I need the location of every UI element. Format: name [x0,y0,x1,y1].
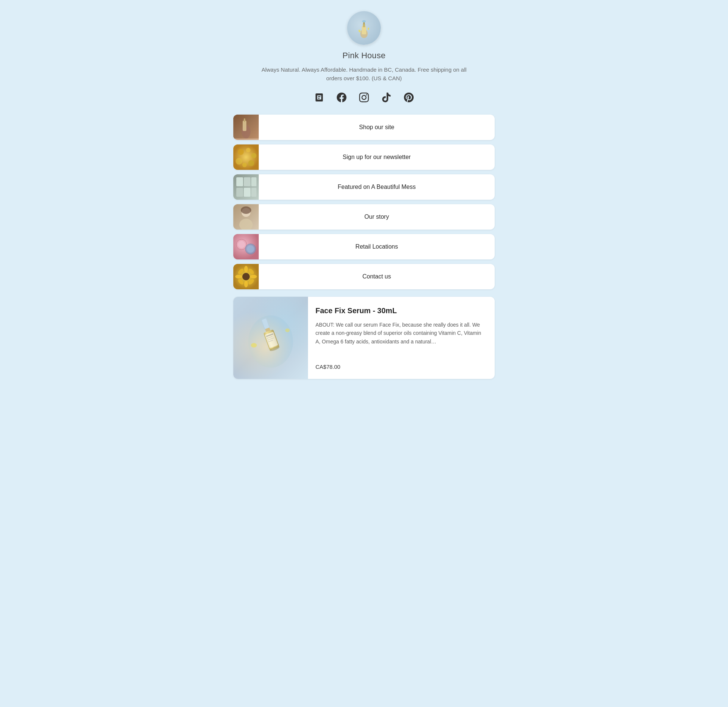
svg-point-18 [248,160,254,166]
svg-point-16 [251,153,256,158]
thumbnail-contact [233,264,259,289]
svg-rect-10 [243,121,246,131]
svg-rect-25 [236,188,243,197]
social-icons-row [312,91,416,104]
link-card-story[interactable]: Our story [233,204,495,230]
links-section: Shop our site [233,115,495,289]
instagram-icon[interactable] [357,91,371,104]
svg-point-32 [241,206,251,214]
link-retail-label: Retail Locations [259,243,495,250]
product-image [233,297,308,379]
thumbnail-contact-image [233,264,259,289]
avatar-product-icon [353,17,375,39]
svg-point-4 [362,20,366,22]
link-card-retail[interactable]: Retail Locations [233,234,495,259]
link-shop-label: Shop our site [259,124,495,131]
link-contact-label: Contact us [259,273,495,280]
svg-point-19 [242,163,247,167]
svg-rect-22 [236,177,243,186]
svg-point-14 [238,149,244,155]
svg-point-61 [251,343,257,348]
avatar-inner [347,11,381,45]
svg-point-42 [244,266,248,272]
svg-point-44 [235,275,242,278]
tiktok-icon[interactable] [380,91,393,104]
facebook-icon[interactable] [335,91,348,104]
link-card-contact[interactable]: Contact us [233,264,495,289]
link-card-shop[interactable]: Shop our site [233,115,495,140]
svg-rect-23 [244,177,251,186]
product-details: Face Fix Serum - 30mL ABOUT: We call our… [308,297,495,379]
product-image-inner [233,297,308,379]
svg-rect-27 [251,188,256,197]
thumbnail-shop [233,115,259,140]
thumbnail-retail [233,234,259,259]
link-featured-label: Featured on A Beautiful Mess [259,184,495,190]
svg-rect-1 [362,26,366,34]
pinterest-icon[interactable] [402,91,416,104]
svg-point-38 [247,245,254,253]
thumbnail-story [233,204,259,230]
link-newsletter-label: Sign up for our newsletter [259,154,495,161]
svg-point-5 [358,29,361,32]
svg-rect-26 [244,188,251,197]
thumbnail-newsletter [233,144,259,170]
brand-tagline: Always Natural. Always Affordable. Handm… [256,66,472,82]
link-card-featured[interactable]: Featured on A Beautiful Mess [233,174,495,200]
svg-point-6 [367,28,369,30]
svg-point-36 [238,241,245,248]
product-title: Face Fix Serum - 30mL [315,306,487,315]
brand-name: Pink House [342,51,386,60]
svg-point-15 [246,148,251,152]
svg-rect-11 [244,118,245,122]
svg-point-41 [242,273,250,280]
thumbnail-newsletter-image [233,144,259,170]
svg-point-17 [236,158,242,165]
thumbnail-retail-image [233,234,259,259]
thumbnail-shop-image [233,115,259,138]
svg-rect-24 [251,177,256,186]
etsy-icon[interactable] [312,91,326,104]
link-card-newsletter[interactable]: Sign up for our newsletter [233,144,495,170]
brand-avatar [347,11,381,45]
thumbnail-featured-image [233,174,259,200]
thumbnail-story-image [233,204,259,230]
product-card-face-fix[interactable]: Face Fix Serum - 30mL ABOUT: We call our… [233,297,495,379]
link-story-label: Our story [259,214,495,220]
product-price: CA$78.00 [315,364,487,370]
svg-point-62 [285,328,290,332]
thumbnail-featured [233,174,259,200]
page-container: Pink House Always Natural. Always Afford… [233,11,495,379]
svg-point-45 [250,275,257,278]
svg-point-43 [244,281,248,287]
product-serum-illustration [245,304,297,371]
product-description: ABOUT: We call our serum Face Fix, becau… [315,321,487,346]
